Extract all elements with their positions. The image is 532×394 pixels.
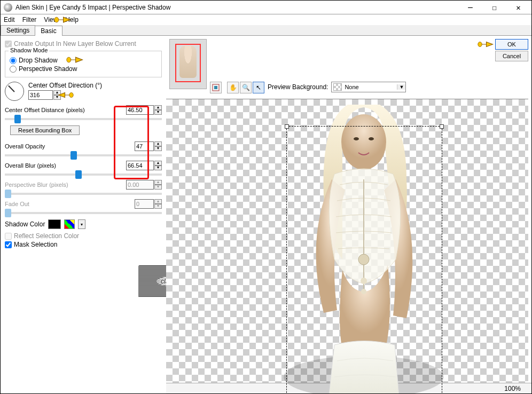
close-button[interactable]: ✕	[506, 1, 530, 14]
dialog-buttons: OK Cancel	[495, 39, 528, 61]
offset-distance-row: Center Offset Distance (pixels) ▲▼	[5, 105, 162, 120]
shadow-mode-group: Shadow Mode Drop Shadow Perspective Shad…	[5, 51, 162, 77]
reset-bbox-button[interactable]: Reset Bounding Box	[10, 125, 80, 135]
window-buttons: ─ ☐ ✕	[458, 1, 530, 14]
toggle-preview-icon[interactable]	[210, 82, 222, 93]
fade-out-spinner: ▲▼	[154, 199, 162, 209]
perspective-shadow-radio[interactable]: Perspective Shadow	[10, 65, 157, 73]
menu-edit[interactable]: Edit	[4, 16, 15, 23]
fade-out-slider	[5, 212, 162, 214]
overall-blur-label: Overall Blur (pixels)	[5, 162, 124, 169]
preview-panel: ✋ 🔍 ↖ Preview Background: None ▼	[166, 36, 531, 393]
navigator-thumbnail[interactable]	[169, 39, 207, 89]
palette-icon[interactable]	[64, 219, 75, 229]
offset-distance-label: Center Offset Distance (pixels)	[5, 107, 124, 113]
perspective-shadow-label: Perspective Shadow	[19, 65, 77, 73]
chevron-down-icon: ▼	[397, 84, 405, 90]
reflect-selection-label: Reflect Selection Color	[14, 232, 79, 240]
pointer-hand-icon	[477, 40, 494, 49]
body: Create Output In New Layer Below Current…	[1, 36, 531, 393]
svg-point-1	[67, 57, 71, 62]
perspective-blur-spinner: ▲▼	[154, 180, 162, 190]
app-icon	[4, 3, 12, 12]
tab-basic[interactable]: Basic	[35, 26, 62, 36]
shadow-color-swatch[interactable]	[48, 219, 61, 229]
app-window: Alien Skin | Eye Candy 5 Impact | Perspe…	[0, 0, 532, 394]
pointer-hand-icon	[58, 90, 74, 100]
perspective-blur-slider	[5, 193, 162, 195]
offset-distance-slider[interactable]	[5, 118, 162, 120]
preview-bg-combo[interactable]: None ▼	[331, 82, 406, 92]
handle-nw[interactable]	[285, 124, 289, 129]
svg-rect-4	[214, 86, 217, 89]
overall-blur-row: Overall Blur (pixels) ▲▼	[5, 161, 162, 176]
drop-shadow-radio[interactable]: Drop Shadow	[10, 57, 157, 64]
offset-direction-input[interactable]	[28, 90, 53, 100]
svg-point-2	[69, 93, 74, 98]
minimize-button[interactable]: ─	[458, 1, 482, 14]
perspective-blur-input	[126, 180, 154, 190]
shadow-mode-legend: Shadow Mode	[9, 47, 49, 53]
overall-opacity-input[interactable]	[135, 141, 154, 151]
preview-canvas[interactable]	[166, 99, 528, 383]
svg-point-0	[54, 17, 59, 22]
checker-icon	[333, 83, 342, 91]
overall-opacity-label: Overall Opacity	[5, 143, 132, 149]
create-output-checkbox[interactable]: Create Output In New Layer Below Current	[5, 40, 162, 48]
offset-distance-spinner[interactable]: ▲▼	[154, 105, 162, 115]
tab-settings[interactable]: Settings	[1, 25, 35, 35]
tab-bar: Settings Basic	[1, 25, 531, 36]
preview-bg-value: None	[343, 84, 397, 90]
offset-direction-label: Center Offset Direction (°)	[28, 82, 102, 89]
settings-panel: Create Output In New Layer Below Current…	[1, 36, 166, 393]
menubar: Edit Filter View Help	[1, 14, 531, 25]
maximize-button[interactable]: ☐	[482, 1, 506, 14]
ok-button[interactable]: OK	[495, 39, 528, 50]
reflect-selection-checkbox: Reflect Selection Color	[5, 232, 162, 240]
preview-bg-label: Preview Background:	[268, 83, 328, 91]
shadow-color-row: Shadow Color ▾	[5, 219, 162, 229]
preview-bg-row: Preview Background: None ▼	[268, 82, 406, 92]
svg-point-5	[478, 42, 482, 47]
cancel-button[interactable]: Cancel	[495, 51, 528, 61]
hand-tool-icon[interactable]: ✋	[227, 82, 239, 93]
navigator-selection	[175, 44, 201, 82]
overall-blur-spinner[interactable]: ▲▼	[154, 161, 162, 170]
offset-direction-row: Center Offset Direction (°) ▲▼	[5, 82, 162, 101]
fade-out-input	[135, 199, 154, 209]
fade-out-label: Fade Out	[5, 201, 132, 207]
mask-selection-checkbox[interactable]: Mask Selection	[5, 241, 162, 248]
overall-opacity-row: Overall Opacity ▲▼	[5, 141, 162, 156]
preview-tools: ✋ 🔍 ↖	[210, 82, 264, 93]
menu-filter[interactable]: Filter	[22, 16, 37, 23]
perspective-blur-row: Perspective Blur (pixels) ▲▼	[5, 180, 162, 195]
mask-selection-label: Mask Selection	[14, 241, 57, 248]
direction-dial[interactable]	[5, 82, 24, 101]
overall-blur-slider[interactable]	[5, 174, 162, 176]
overall-blur-input[interactable]	[126, 161, 154, 170]
preview-toolbar: ✋ 🔍 ↖ Preview Background: None ▼	[166, 36, 531, 99]
create-output-label: Create Output In New Layer Below Current	[14, 40, 136, 48]
selection-marquee[interactable]	[286, 126, 442, 393]
fade-out-row: Fade Out ▲▼	[5, 199, 162, 214]
color-dropdown[interactable]: ▾	[78, 219, 85, 229]
zoom-level: 100%	[504, 385, 521, 392]
pointer-hand-icon	[66, 54, 83, 65]
offset-distance-input[interactable]	[126, 105, 154, 115]
handle-ne[interactable]	[440, 124, 444, 129]
shadow-color-label: Shadow Color	[5, 220, 45, 228]
perspective-blur-label: Perspective Blur (pixels)	[5, 182, 124, 188]
arrow-tool-icon[interactable]: ↖	[253, 82, 264, 93]
pointer-hand-icon	[54, 14, 71, 25]
overall-opacity-spinner[interactable]: ▲▼	[154, 141, 162, 151]
window-title: Alien Skin | Eye Candy 5 Impact | Perspe…	[14, 4, 458, 11]
drop-shadow-label: Drop Shadow	[19, 57, 58, 64]
overall-opacity-slider[interactable]	[5, 154, 162, 156]
titlebar: Alien Skin | Eye Candy 5 Impact | Perspe…	[1, 1, 531, 14]
zoom-tool-icon[interactable]: 🔍	[240, 82, 252, 93]
